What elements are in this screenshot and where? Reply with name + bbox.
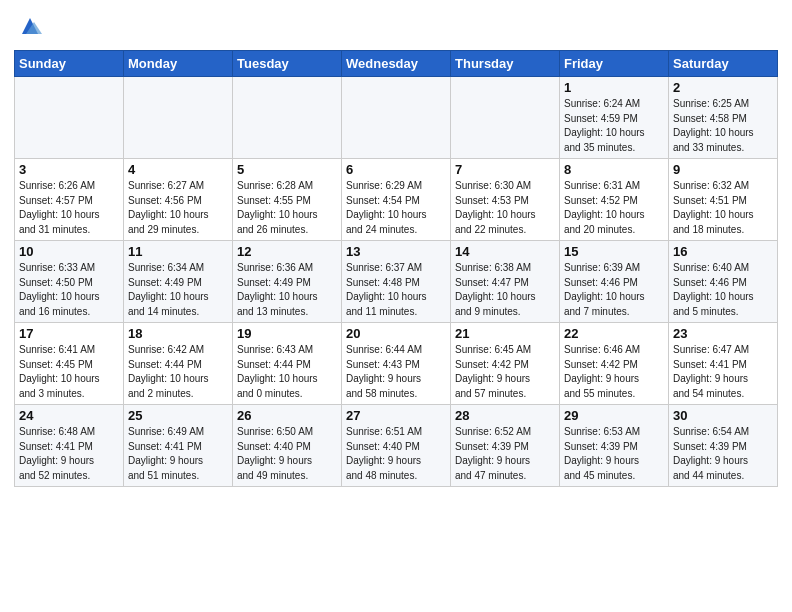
day-info: Sunrise: 6:37 AMSunset: 4:48 PMDaylight:… <box>346 261 446 319</box>
day-cell: 8Sunrise: 6:31 AMSunset: 4:52 PMDaylight… <box>560 159 669 241</box>
day-cell: 27Sunrise: 6:51 AMSunset: 4:40 PMDayligh… <box>342 405 451 487</box>
day-info: Sunrise: 6:30 AMSunset: 4:53 PMDaylight:… <box>455 179 555 237</box>
weekday-header-tuesday: Tuesday <box>233 51 342 77</box>
day-cell: 3Sunrise: 6:26 AMSunset: 4:57 PMDaylight… <box>15 159 124 241</box>
day-cell: 17Sunrise: 6:41 AMSunset: 4:45 PMDayligh… <box>15 323 124 405</box>
day-cell: 25Sunrise: 6:49 AMSunset: 4:41 PMDayligh… <box>124 405 233 487</box>
day-number: 14 <box>455 244 555 259</box>
day-number: 6 <box>346 162 446 177</box>
day-info: Sunrise: 6:25 AMSunset: 4:58 PMDaylight:… <box>673 97 773 155</box>
day-cell: 1Sunrise: 6:24 AMSunset: 4:59 PMDaylight… <box>560 77 669 159</box>
day-info: Sunrise: 6:53 AMSunset: 4:39 PMDaylight:… <box>564 425 664 483</box>
day-number: 19 <box>237 326 337 341</box>
day-cell: 28Sunrise: 6:52 AMSunset: 4:39 PMDayligh… <box>451 405 560 487</box>
day-cell: 29Sunrise: 6:53 AMSunset: 4:39 PMDayligh… <box>560 405 669 487</box>
day-number: 20 <box>346 326 446 341</box>
week-row-4: 24Sunrise: 6:48 AMSunset: 4:41 PMDayligh… <box>15 405 778 487</box>
day-number: 29 <box>564 408 664 423</box>
day-cell: 14Sunrise: 6:38 AMSunset: 4:47 PMDayligh… <box>451 241 560 323</box>
day-number: 8 <box>564 162 664 177</box>
day-cell: 7Sunrise: 6:30 AMSunset: 4:53 PMDaylight… <box>451 159 560 241</box>
weekday-header-monday: Monday <box>124 51 233 77</box>
day-cell: 22Sunrise: 6:46 AMSunset: 4:42 PMDayligh… <box>560 323 669 405</box>
day-number: 11 <box>128 244 228 259</box>
day-cell: 4Sunrise: 6:27 AMSunset: 4:56 PMDaylight… <box>124 159 233 241</box>
day-number: 24 <box>19 408 119 423</box>
weekday-header-thursday: Thursday <box>451 51 560 77</box>
day-number: 13 <box>346 244 446 259</box>
day-cell <box>15 77 124 159</box>
day-cell: 30Sunrise: 6:54 AMSunset: 4:39 PMDayligh… <box>669 405 778 487</box>
day-info: Sunrise: 6:52 AMSunset: 4:39 PMDaylight:… <box>455 425 555 483</box>
day-number: 2 <box>673 80 773 95</box>
day-info: Sunrise: 6:36 AMSunset: 4:49 PMDaylight:… <box>237 261 337 319</box>
day-cell: 9Sunrise: 6:32 AMSunset: 4:51 PMDaylight… <box>669 159 778 241</box>
day-info: Sunrise: 6:33 AMSunset: 4:50 PMDaylight:… <box>19 261 119 319</box>
page-container: SundayMondayTuesdayWednesdayThursdayFrid… <box>0 0 792 493</box>
calendar-table: SundayMondayTuesdayWednesdayThursdayFrid… <box>14 50 778 487</box>
header <box>14 10 778 42</box>
day-info: Sunrise: 6:38 AMSunset: 4:47 PMDaylight:… <box>455 261 555 319</box>
day-number: 18 <box>128 326 228 341</box>
day-cell: 23Sunrise: 6:47 AMSunset: 4:41 PMDayligh… <box>669 323 778 405</box>
day-number: 9 <box>673 162 773 177</box>
day-info: Sunrise: 6:39 AMSunset: 4:46 PMDaylight:… <box>564 261 664 319</box>
day-cell: 18Sunrise: 6:42 AMSunset: 4:44 PMDayligh… <box>124 323 233 405</box>
day-info: Sunrise: 6:46 AMSunset: 4:42 PMDaylight:… <box>564 343 664 401</box>
day-cell <box>451 77 560 159</box>
day-number: 17 <box>19 326 119 341</box>
day-cell: 26Sunrise: 6:50 AMSunset: 4:40 PMDayligh… <box>233 405 342 487</box>
weekday-header-friday: Friday <box>560 51 669 77</box>
day-cell: 11Sunrise: 6:34 AMSunset: 4:49 PMDayligh… <box>124 241 233 323</box>
day-info: Sunrise: 6:42 AMSunset: 4:44 PMDaylight:… <box>128 343 228 401</box>
weekday-header-saturday: Saturday <box>669 51 778 77</box>
day-number: 1 <box>564 80 664 95</box>
week-row-2: 10Sunrise: 6:33 AMSunset: 4:50 PMDayligh… <box>15 241 778 323</box>
day-info: Sunrise: 6:44 AMSunset: 4:43 PMDaylight:… <box>346 343 446 401</box>
day-number: 12 <box>237 244 337 259</box>
day-number: 15 <box>564 244 664 259</box>
day-info: Sunrise: 6:47 AMSunset: 4:41 PMDaylight:… <box>673 343 773 401</box>
day-info: Sunrise: 6:43 AMSunset: 4:44 PMDaylight:… <box>237 343 337 401</box>
day-cell: 2Sunrise: 6:25 AMSunset: 4:58 PMDaylight… <box>669 77 778 159</box>
day-cell: 16Sunrise: 6:40 AMSunset: 4:46 PMDayligh… <box>669 241 778 323</box>
day-cell <box>124 77 233 159</box>
day-number: 4 <box>128 162 228 177</box>
logo-icon <box>16 14 44 42</box>
day-cell <box>342 77 451 159</box>
day-cell: 19Sunrise: 6:43 AMSunset: 4:44 PMDayligh… <box>233 323 342 405</box>
day-number: 23 <box>673 326 773 341</box>
calendar-body: 1Sunrise: 6:24 AMSunset: 4:59 PMDaylight… <box>15 77 778 487</box>
day-cell: 12Sunrise: 6:36 AMSunset: 4:49 PMDayligh… <box>233 241 342 323</box>
day-number: 21 <box>455 326 555 341</box>
day-info: Sunrise: 6:51 AMSunset: 4:40 PMDaylight:… <box>346 425 446 483</box>
week-row-3: 17Sunrise: 6:41 AMSunset: 4:45 PMDayligh… <box>15 323 778 405</box>
day-info: Sunrise: 6:27 AMSunset: 4:56 PMDaylight:… <box>128 179 228 237</box>
day-cell: 20Sunrise: 6:44 AMSunset: 4:43 PMDayligh… <box>342 323 451 405</box>
day-info: Sunrise: 6:31 AMSunset: 4:52 PMDaylight:… <box>564 179 664 237</box>
calendar-header: SundayMondayTuesdayWednesdayThursdayFrid… <box>15 51 778 77</box>
day-number: 5 <box>237 162 337 177</box>
day-info: Sunrise: 6:54 AMSunset: 4:39 PMDaylight:… <box>673 425 773 483</box>
day-number: 26 <box>237 408 337 423</box>
day-info: Sunrise: 6:26 AMSunset: 4:57 PMDaylight:… <box>19 179 119 237</box>
day-info: Sunrise: 6:48 AMSunset: 4:41 PMDaylight:… <box>19 425 119 483</box>
day-cell: 13Sunrise: 6:37 AMSunset: 4:48 PMDayligh… <box>342 241 451 323</box>
day-info: Sunrise: 6:41 AMSunset: 4:45 PMDaylight:… <box>19 343 119 401</box>
day-cell: 21Sunrise: 6:45 AMSunset: 4:42 PMDayligh… <box>451 323 560 405</box>
week-row-0: 1Sunrise: 6:24 AMSunset: 4:59 PMDaylight… <box>15 77 778 159</box>
weekday-header-wednesday: Wednesday <box>342 51 451 77</box>
weekday-row: SundayMondayTuesdayWednesdayThursdayFrid… <box>15 51 778 77</box>
day-info: Sunrise: 6:45 AMSunset: 4:42 PMDaylight:… <box>455 343 555 401</box>
day-cell: 5Sunrise: 6:28 AMSunset: 4:55 PMDaylight… <box>233 159 342 241</box>
day-number: 22 <box>564 326 664 341</box>
day-cell: 15Sunrise: 6:39 AMSunset: 4:46 PMDayligh… <box>560 241 669 323</box>
day-number: 25 <box>128 408 228 423</box>
day-number: 30 <box>673 408 773 423</box>
day-number: 7 <box>455 162 555 177</box>
logo <box>14 14 44 42</box>
day-info: Sunrise: 6:40 AMSunset: 4:46 PMDaylight:… <box>673 261 773 319</box>
day-number: 3 <box>19 162 119 177</box>
weekday-header-sunday: Sunday <box>15 51 124 77</box>
day-info: Sunrise: 6:50 AMSunset: 4:40 PMDaylight:… <box>237 425 337 483</box>
